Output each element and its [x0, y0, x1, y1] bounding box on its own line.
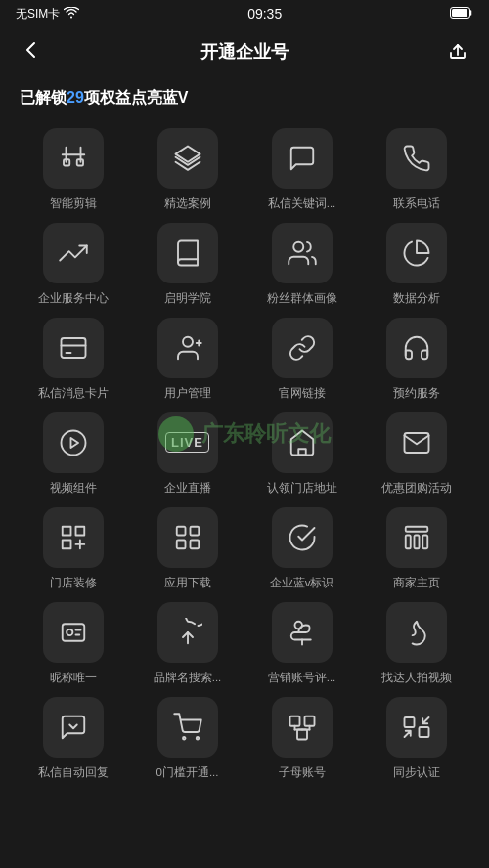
feature-item-fan-portrait[interactable]: 粉丝群体画像 — [248, 223, 355, 306]
feature-label-user-mgmt: 用户管理 — [164, 386, 211, 401]
svg-point-32 — [294, 621, 302, 629]
feature-item-store-decor[interactable]: 门店装修 — [20, 507, 126, 590]
feature-label-store-decor: 门店装修 — [50, 576, 97, 590]
main-content: 已解锁29项权益点亮蓝V 智能剪辑 精选案例 私信关键词... 联系电话 企业服… — [0, 76, 489, 800]
svg-rect-25 — [405, 527, 427, 532]
feature-item-official-link[interactable]: 官网链接 — [248, 318, 355, 401]
feature-label-claim-store: 认领门店地址 — [267, 481, 337, 496]
svg-point-13 — [61, 430, 85, 455]
svg-rect-22 — [190, 527, 199, 536]
feature-item-kol-video[interactable]: 找达人拍视频 — [363, 602, 469, 685]
feature-item-mini-app[interactable]: 0门槛开通... — [134, 697, 241, 780]
feature-icon-claim-store — [272, 412, 333, 473]
svg-rect-24 — [190, 540, 199, 548]
feature-icon-selected-cases — [157, 128, 218, 189]
feature-item-marketing-eval[interactable]: 营销账号评... — [248, 602, 355, 685]
feature-icon-fan-portrait — [272, 223, 333, 283]
feature-label-nickname-unique: 昵称唯一 — [50, 671, 97, 685]
svg-rect-43 — [419, 727, 428, 737]
feature-item-dm-card[interactable]: 私信消息卡片 — [20, 318, 126, 401]
feature-item-user-mgmt[interactable]: 用户管理 — [134, 318, 241, 401]
feature-label-data-analysis: 数据分析 — [393, 291, 440, 306]
feature-item-smart-edit[interactable]: 智能剪辑 — [20, 128, 126, 211]
feature-label-group-buy: 优惠团购活动 — [381, 481, 452, 496]
feature-item-blue-v[interactable]: 企业蓝v标识 — [248, 507, 355, 590]
nav-bar: 开通企业号 — [0, 27, 489, 76]
unlock-suffix: 项权益点亮蓝V — [84, 89, 189, 106]
feature-item-biz-live[interactable]: LIVE 企业直播 — [134, 412, 241, 496]
feature-label-dm-keyword: 私信关键词... — [268, 196, 336, 211]
svg-rect-26 — [405, 535, 410, 548]
feature-label-official-link: 官网链接 — [279, 386, 326, 401]
unlock-title: 已解锁29项权益点亮蓝V — [20, 88, 469, 108]
feature-item-academy[interactable]: 启明学院 — [134, 223, 241, 306]
feature-icon-book-service — [386, 318, 447, 378]
page-title: 开通企业号 — [200, 40, 289, 64]
feature-item-merchant-home[interactable]: 商家主页 — [363, 507, 469, 590]
status-time: 09:35 — [247, 6, 282, 22]
feature-label-mini-app: 0门槛开通... — [156, 765, 219, 780]
feature-item-auto-reply[interactable]: 私信自动回复 — [20, 697, 126, 780]
feature-item-dm-keyword[interactable]: 私信关键词... — [248, 128, 355, 211]
feature-item-selected-cases[interactable]: 精选案例 — [134, 128, 241, 211]
svg-point-34 — [196, 737, 199, 740]
feature-icon-dm-card — [43, 318, 104, 378]
status-left: 无SIM卡 — [16, 6, 79, 22]
svg-rect-17 — [75, 527, 84, 536]
feature-item-brand-search[interactable]: 品牌名搜索... — [134, 602, 241, 685]
feature-item-book-service[interactable]: 预约服务 — [363, 318, 469, 401]
svg-point-6 — [293, 242, 303, 252]
status-bar: 无SIM卡 09:35 — [0, 0, 489, 27]
feature-item-biz-center[interactable]: 企业服务中心 — [20, 223, 126, 306]
feature-icon-sub-account — [272, 697, 333, 758]
feature-label-smart-edit: 智能剪辑 — [50, 196, 97, 211]
feature-icon-official-link — [272, 318, 333, 378]
sim-text: 无SIM卡 — [16, 6, 60, 22]
share-button[interactable] — [442, 39, 473, 65]
wifi-icon — [64, 7, 79, 22]
feature-item-video-widget[interactable]: 视频组件 — [20, 412, 126, 496]
feature-item-sync-auth[interactable]: 同步认证 — [363, 697, 469, 780]
feature-icon-video-widget — [43, 412, 104, 473]
feature-label-merchant-home: 商家主页 — [393, 576, 440, 590]
feature-icon-dm-keyword — [272, 128, 333, 189]
svg-rect-37 — [297, 729, 307, 739]
svg-rect-18 — [62, 540, 70, 548]
feature-icon-brand-search — [157, 602, 218, 663]
feature-icon-smart-edit — [43, 128, 104, 189]
feature-label-video-widget: 视频组件 — [50, 481, 97, 496]
feature-item-claim-store[interactable]: 认领门店地址 — [248, 412, 355, 496]
feature-item-app-download[interactable]: 应用下载 — [134, 507, 241, 590]
feature-icon-merchant-home — [386, 507, 447, 568]
feature-label-biz-live: 企业直播 — [164, 481, 211, 496]
unlock-prefix: 已解锁 — [20, 89, 67, 106]
feature-icon-mini-app — [157, 697, 218, 758]
feature-icon-biz-live: LIVE — [157, 412, 218, 473]
feature-item-nickname-unique[interactable]: 昵称唯一 — [20, 602, 126, 685]
feature-item-phone[interactable]: 联系电话 — [363, 128, 469, 211]
svg-rect-23 — [176, 540, 185, 548]
feature-item-group-buy[interactable]: 优惠团购活动 — [363, 412, 469, 496]
svg-rect-36 — [304, 716, 314, 725]
feature-item-data-analysis[interactable]: 数据分析 — [363, 223, 469, 306]
feature-label-dm-card: 私信消息卡片 — [38, 386, 109, 401]
feature-label-selected-cases: 精选案例 — [164, 196, 211, 211]
svg-rect-42 — [404, 717, 414, 727]
back-button[interactable] — [16, 39, 47, 65]
feature-label-auto-reply: 私信自动回复 — [38, 765, 109, 780]
feature-icon-biz-center — [43, 223, 104, 283]
svg-rect-16 — [62, 527, 70, 536]
svg-point-33 — [183, 737, 186, 740]
feature-label-book-service: 预约服务 — [393, 386, 440, 401]
feature-icon-kol-video — [386, 602, 447, 663]
svg-rect-28 — [422, 535, 427, 548]
feature-label-kol-video: 找达人拍视频 — [381, 671, 452, 685]
svg-rect-15 — [298, 449, 306, 455]
feature-item-sub-account[interactable]: 子母账号 — [248, 697, 355, 780]
svg-marker-14 — [70, 438, 78, 448]
svg-rect-7 — [61, 338, 85, 358]
feature-label-brand-search: 品牌名搜索... — [154, 671, 222, 685]
svg-rect-27 — [414, 535, 419, 548]
svg-point-10 — [183, 337, 193, 347]
svg-rect-21 — [176, 527, 185, 536]
